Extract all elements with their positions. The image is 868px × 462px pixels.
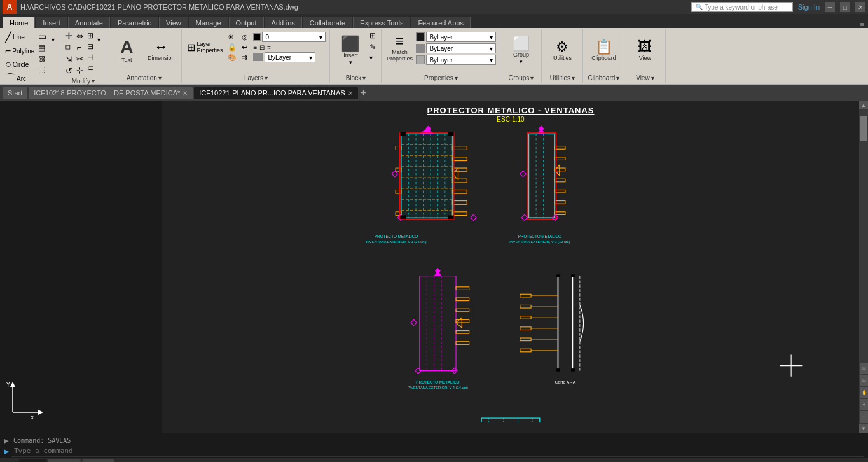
props-expand-icon[interactable]: ▾ [455, 74, 458, 81]
move-tool[interactable]: ✛ [64, 31, 74, 41]
tab-view[interactable]: View [159, 17, 188, 28]
groups-expand-icon[interactable]: ▾ [530, 74, 534, 81]
bylayer3-dropdown[interactable]: ByLayer ▾ [426, 55, 496, 65]
tab-manage[interactable]: Manage [189, 17, 228, 28]
signin-button[interactable]: Sign In [798, 3, 820, 11]
close-button[interactable]: ✕ [855, 2, 865, 12]
zoom-full-btn[interactable]: ⊞ [860, 363, 868, 374]
clipboard-tool[interactable]: 📋 Clipboard [587, 31, 620, 70]
fillet-tool[interactable]: ⌐ [75, 42, 85, 53]
insert-tool[interactable]: ⬛ Insert ▾ [334, 31, 367, 70]
drawing-area[interactable]: PROTECTOR METALICO - VENTANAS ESC-1:10 [162, 101, 859, 433]
cad-drawing[interactable]: PROTECTO METALICO P/VENTANA EXTERIOR, V-… [162, 123, 859, 422]
svg-marker-2 [38, 410, 43, 415]
layer-iso-btn[interactable]: ◎ [240, 32, 249, 42]
layer-merge-btn[interactable]: ⇉ [240, 53, 249, 62]
view-expand-icon[interactable]: ▾ [651, 74, 654, 81]
bylayer1-dropdown[interactable]: ByLayer ▾ [426, 32, 496, 42]
svg-rect-21 [452, 146, 467, 150]
scroll-up-btn[interactable]: ▲ [859, 101, 868, 109]
edit-block-btn[interactable]: ✎ [368, 42, 377, 52]
mirror-tool[interactable]: ⇔ [75, 31, 85, 41]
zoom-obj-btn[interactable]: ⊡ [860, 375, 868, 386]
ribbon-menu-icon[interactable]: ≡ [860, 20, 864, 28]
draw-expand[interactable]: ▾ [50, 36, 56, 44]
rectangle-tool[interactable]: ▭ [37, 31, 49, 42]
new-tab-button[interactable]: + [361, 87, 366, 99]
view-tool[interactable]: 🖼 View [628, 31, 661, 70]
scale-tool[interactable]: ⊞ [86, 31, 95, 41]
scroll-thumb[interactable] [860, 116, 867, 141]
line-tool[interactable]: ╱ Line [4, 31, 36, 44]
explode-tool[interactable]: ⊹ [75, 65, 85, 76]
linetype1-name[interactable]: ByLayer ▾ [265, 52, 315, 62]
zoom-out-btn[interactable]: − [860, 411, 868, 423]
svg-marker-59 [539, 126, 544, 132]
copy-tool[interactable]: ⧉ [64, 42, 74, 53]
tab-start[interactable]: Start [3, 87, 27, 99]
restore-button[interactable]: □ [840, 2, 850, 12]
modify-expand-icon[interactable]: ▾ [92, 78, 95, 85]
utilities-tool[interactable]: ⚙ Utilities [546, 31, 579, 70]
arc-tool[interactable]: ⌒ Arc [4, 71, 36, 86]
layers-expand-icon[interactable]: ▾ [265, 74, 268, 81]
polyline-tool[interactable]: ⌐ Polyline [4, 45, 36, 57]
tab-doc2-close[interactable]: ✕ [348, 90, 353, 97]
scroll-down-btn[interactable]: ▼ [859, 424, 868, 433]
offset-tool[interactable]: ⊂ [86, 63, 95, 73]
layout-tab-layout1[interactable]: Layout1 [48, 459, 81, 462]
match-properties-btn[interactable]: ≡ MatchProperties [385, 32, 413, 64]
tab-parametric[interactable]: Parametric [111, 17, 158, 28]
bylayer2-dropdown[interactable]: ByLayer ▾ [426, 43, 496, 53]
layer-prev-btn[interactable]: ↩ [240, 43, 249, 52]
layer-properties-btn[interactable]: ⊞ LayerProperties [186, 40, 224, 54]
tab-featured[interactable]: Featured Apps [411, 17, 471, 28]
trim-tool[interactable]: ✂ [75, 53, 85, 64]
right-scrollbar[interactable]: ▲ ⊞ ⊡ ✋ + − ▼ [859, 101, 868, 433]
layer-freeze-btn[interactable]: ☀ [226, 32, 238, 42]
boundary-tool[interactable]: ⬚ [37, 64, 49, 74]
block-expand-btn[interactable]: ▾ [368, 53, 377, 62]
stretch-tool[interactable]: ⇲ [64, 54, 74, 65]
array-tool[interactable]: ⊟ [86, 41, 95, 52]
utilities-expand-icon[interactable]: ▾ [572, 74, 575, 81]
dimension-tool[interactable]: ↔ Dimension [144, 31, 177, 70]
scroll-track[interactable] [859, 109, 868, 361]
text-tool[interactable]: A Text [110, 31, 143, 70]
layer-color-btn[interactable]: 🎨 [226, 53, 238, 62]
layout-tab-model[interactable]: Model [19, 459, 46, 462]
block-expand-icon[interactable]: ▾ [362, 74, 366, 81]
tab-doc2[interactable]: ICF10221-PLANO PR...ICO PARA VENTANAS ✕ [194, 87, 357, 99]
annotation-expand-icon[interactable]: ▾ [158, 74, 162, 81]
layout-tab-layout2[interactable]: Layout2 [82, 459, 115, 462]
tab-doc1[interactable]: ICF10218-PROYECTO... DE POSTA MEDICA* ✕ [29, 87, 193, 99]
linetype1-dropdown[interactable] [253, 53, 263, 61]
zoom-in-btn[interactable]: + [860, 399, 868, 410]
layer-name-dropdown[interactable]: 0 ▾ [262, 32, 326, 42]
tab-express[interactable]: Express Tools [353, 17, 410, 28]
group-tool[interactable]: ⬜ Group ▾ [504, 31, 537, 70]
layer-color-swatch[interactable] [253, 33, 261, 41]
tab-home[interactable]: Home [3, 17, 35, 28]
extend-tool[interactable]: ⊣ [86, 52, 95, 62]
ribbon-group-block: ⬛ Insert ▾ ⊞ ✎ ▾ Block ▾ [330, 29, 382, 83]
hatch-tool[interactable]: ▤ [37, 43, 49, 53]
pan-btn[interactable]: ✋ [860, 387, 868, 398]
tab-doc1-close[interactable]: ✕ [183, 90, 188, 97]
layer-lock-btn[interactable]: 🔓 [226, 43, 238, 52]
create-block-btn[interactable]: ⊞ [368, 31, 377, 41]
circle-tool[interactable]: ○ Circle [4, 58, 36, 71]
command-input-field[interactable] [11, 445, 864, 457]
gradient-tool[interactable]: ▨ [37, 53, 49, 64]
tab-collaborate[interactable]: Collaborate [303, 17, 352, 28]
command-history: ▶ Command: SAVEAS [4, 437, 864, 444]
search-box[interactable]: 🔍 Type a keyword or phrase [691, 2, 793, 12]
tab-addins[interactable]: Add-ins [265, 17, 302, 28]
rotate-tool[interactable]: ↺ [64, 66, 74, 76]
tab-annotate[interactable]: Annotate [68, 17, 110, 28]
minimize-button[interactable]: ─ [825, 2, 835, 12]
tab-insert[interactable]: Insert [36, 17, 67, 28]
clipboard-expand-icon[interactable]: ▾ [616, 74, 619, 81]
modify-expand[interactable]: ▾ [96, 36, 102, 44]
tab-output[interactable]: Output [229, 17, 264, 28]
